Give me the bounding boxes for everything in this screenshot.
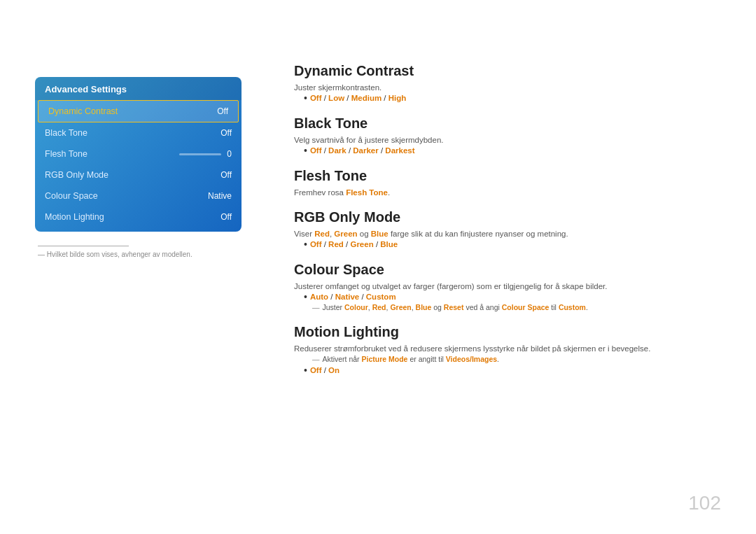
section-title-motion-lighting: Motion Lighting xyxy=(294,324,728,340)
menu-item-label: Dynamic Contrast xyxy=(48,106,118,116)
note-text-colour-space: Juster Colour, Red, Green, Blue og Reset… xyxy=(323,303,588,311)
option-green: Green xyxy=(350,240,373,248)
option-blue: Blue xyxy=(380,240,398,248)
section-desc-rgb-only-mode: Viser Red, Green og Blue farge slik at d… xyxy=(294,230,728,238)
option-green: Green xyxy=(334,230,357,238)
menu-item-value: Off xyxy=(220,170,232,180)
flesh-tone-highlight: Flesh Tone xyxy=(346,188,388,197)
section-dynamic-contrast: Dynamic Contrast Juster skjermkontrasten… xyxy=(294,63,728,103)
right-content: Dynamic Contrast Juster skjermkontrasten… xyxy=(294,63,728,492)
menu-item-label: Black Tone xyxy=(45,128,88,138)
option-darker: Darker xyxy=(353,146,378,155)
bullet-text: Off / Red / Green / Blue xyxy=(310,240,398,248)
section-flesh-tone: Flesh Tone Fremhev rosa Flesh Tone. xyxy=(294,168,728,197)
note-section: — Hvilket bilde som vises, avhenger av m… xyxy=(35,246,241,258)
option-auto: Auto xyxy=(310,293,328,301)
section-black-tone: Black Tone Velg svartnivå for å justere … xyxy=(294,115,728,155)
section-title-dynamic-contrast: Dynamic Contrast xyxy=(294,63,728,79)
option-off: Off xyxy=(310,240,322,248)
menu-item-motion-lighting[interactable]: Motion Lighting Off xyxy=(35,206,241,232)
section-title-rgb-only-mode: RGB Only Mode xyxy=(294,209,728,225)
option-medium: Medium xyxy=(351,94,382,102)
section-motion-lighting: Motion Lighting Reduserer strømforbruket… xyxy=(294,324,728,375)
bullet-text: Auto / Native / Custom xyxy=(310,293,396,301)
note-dash: — xyxy=(312,355,320,363)
bullet-text: Off / On xyxy=(310,366,340,374)
highlight-custom: Custom xyxy=(559,303,586,311)
bullet-dot: • xyxy=(304,93,307,103)
section-desc-motion-lighting: Reduserer strømforbruket ved å redusere … xyxy=(294,344,728,353)
option-high: High xyxy=(388,94,407,102)
note-text-motion: Aktivert når Picture Mode er angitt til … xyxy=(323,355,500,363)
menu-item-rgb-only-mode[interactable]: RGB Only Mode Off xyxy=(35,164,241,185)
option-off: Off xyxy=(310,146,322,155)
menu-item-dynamic-contrast[interactable]: Dynamic Contrast Off xyxy=(38,100,239,122)
option-custom: Custom xyxy=(366,293,396,301)
bullet-black-tone: • Off / Dark / Darker / Darkest xyxy=(304,146,728,155)
highlight-reset: Reset xyxy=(444,303,464,311)
bullet-text: Off / Low / Medium / High xyxy=(310,94,406,102)
highlight-colour-space: Colour Space xyxy=(502,303,550,311)
bullet-dot: • xyxy=(304,365,307,375)
option-low: Low xyxy=(328,94,344,102)
menu-item-value: Off xyxy=(220,212,232,222)
menu-title: Advanced Settings xyxy=(35,77,241,100)
bullet-dynamic-contrast: • Off / Low / Medium / High xyxy=(304,94,728,103)
option-dark: Dark xyxy=(328,146,346,155)
option-off: Off xyxy=(310,94,322,102)
highlight-videos-images: Videos/Images xyxy=(446,355,497,363)
note-dash: — xyxy=(312,303,320,311)
highlight-picture-mode: Picture Mode xyxy=(362,355,408,363)
section-colour-space: Colour Space Justerer omfanget og utvalg… xyxy=(294,262,728,311)
option-native: Native xyxy=(335,293,360,301)
option-darkest: Darkest xyxy=(385,146,414,155)
menu-item-label: RGB Only Mode xyxy=(45,170,108,180)
highlight-colour: Colour xyxy=(344,303,368,311)
bullet-colour-space: • Auto / Native / Custom xyxy=(304,293,728,302)
section-desc-flesh-tone: Fremhev rosa Flesh Tone. xyxy=(294,188,728,197)
option-blue: Blue xyxy=(371,230,388,238)
bullet-dot: • xyxy=(304,239,307,249)
note-text: — Hvilket bilde som vises, avhenger av m… xyxy=(38,251,239,258)
menu-item-label: Motion Lighting xyxy=(45,212,104,222)
page-number: 102 xyxy=(688,492,721,514)
menu-item-black-tone[interactable]: Black Tone Off xyxy=(35,122,241,143)
section-desc-dynamic-contrast: Juster skjermkontrasten. xyxy=(294,83,728,92)
option-on: On xyxy=(328,366,340,374)
slider-bar xyxy=(179,153,221,155)
bullet-rgb-only-mode: • Off / Red / Green / Blue xyxy=(304,240,728,249)
section-rgb-only-mode: RGB Only Mode Viser Red, Green og Blue f… xyxy=(294,209,728,249)
menu-item-colour-space[interactable]: Colour Space Native xyxy=(35,185,241,206)
highlight-blue: Blue xyxy=(416,303,432,311)
bullet-dot: • xyxy=(304,146,307,155)
bullet-dot: • xyxy=(304,292,307,302)
menu-item-flesh-tone[interactable]: Flesh Tone 0 xyxy=(35,143,241,164)
highlight-green: Green xyxy=(390,303,411,311)
bullet-motion-lighting: • Off / On xyxy=(304,366,728,375)
section-title-flesh-tone: Flesh Tone xyxy=(294,168,728,184)
flesh-tone-slider-container: 0 xyxy=(179,149,232,159)
menu-item-label: Flesh Tone xyxy=(45,149,88,159)
section-desc-black-tone: Velg svartnivå for å justere skjermdybde… xyxy=(294,136,728,144)
option-red: Red xyxy=(328,240,344,248)
menu-item-value: Native xyxy=(208,191,232,201)
advanced-settings-menu: Advanced Settings Dynamic Contrast Off B… xyxy=(35,77,241,232)
section-title-colour-space: Colour Space xyxy=(294,262,728,278)
option-red: Red xyxy=(314,230,330,238)
bullet-text: Off / Dark / Darker / Darkest xyxy=(310,146,415,155)
option-off: Off xyxy=(310,366,322,374)
left-panel: Advanced Settings Dynamic Contrast Off B… xyxy=(35,77,241,258)
highlight-red: Red xyxy=(372,303,386,311)
menu-item-value: Off xyxy=(217,106,228,116)
note-divider xyxy=(38,246,129,246)
menu-item-label: Colour Space xyxy=(45,191,98,201)
motion-lighting-note: — Aktivert når Picture Mode er angitt ti… xyxy=(312,355,728,363)
section-desc-colour-space: Justerer omfanget og utvalget av farger … xyxy=(294,282,728,290)
menu-item-value: 0 xyxy=(227,149,232,159)
menu-item-value: Off xyxy=(220,128,232,138)
colour-space-note: — Juster Colour, Red, Green, Blue og Res… xyxy=(312,303,728,311)
section-title-black-tone: Black Tone xyxy=(294,115,728,132)
